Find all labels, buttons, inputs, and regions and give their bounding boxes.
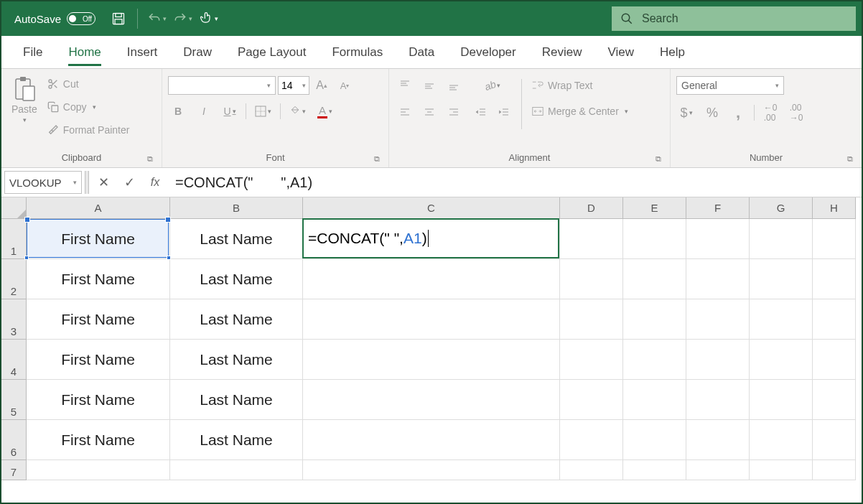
cell[interactable] (623, 340, 686, 380)
cell[interactable] (813, 340, 856, 380)
cell[interactable] (623, 219, 686, 259)
dialog-launcher-icon[interactable]: ⧉ (146, 154, 154, 163)
cut-button[interactable]: Cut (45, 75, 145, 93)
cell[interactable] (750, 420, 813, 460)
cell[interactable]: Last Name (170, 340, 303, 380)
cell[interactable]: First Name (27, 259, 170, 299)
align-left-icon[interactable] (395, 103, 415, 122)
cell[interactable] (623, 299, 686, 340)
cell[interactable] (813, 259, 856, 299)
redo-icon[interactable]: ▾ (172, 9, 192, 29)
tab-review[interactable]: Review (529, 36, 595, 69)
cell[interactable] (813, 380, 856, 420)
decrease-indent-icon[interactable] (471, 103, 491, 122)
cell[interactable] (750, 299, 813, 340)
undo-icon[interactable]: ▾ (146, 9, 167, 29)
column-header[interactable]: D (560, 197, 623, 219)
cell[interactable] (560, 380, 623, 420)
column-header[interactable]: E (623, 197, 686, 219)
font-name-input[interactable] (168, 76, 276, 95)
name-box[interactable]: VLOOKUP ▾ (4, 171, 82, 194)
format-painter-button[interactable]: Format Painter (45, 121, 145, 139)
cell[interactable] (560, 219, 623, 259)
tab-developer[interactable]: Developer (447, 36, 529, 69)
cell[interactable] (560, 340, 623, 380)
cell[interactable] (686, 380, 750, 420)
row-header[interactable]: 3 (1, 299, 27, 340)
align-center-icon[interactable] (419, 103, 439, 122)
cell[interactable]: Last Name (170, 219, 303, 259)
cell[interactable] (27, 460, 170, 480)
spreadsheet-grid[interactable]: ABCDEFGH 1234567 First NameLast NameFirs… (1, 197, 862, 480)
cell[interactable] (623, 460, 686, 480)
align-bottom-icon[interactable] (444, 76, 464, 95)
cell[interactable] (170, 460, 303, 480)
cell[interactable] (303, 259, 560, 299)
cell[interactable] (686, 259, 750, 299)
italic-button[interactable]: I (194, 102, 214, 121)
column-header[interactable]: C (303, 197, 560, 219)
cell[interactable]: Last Name (170, 259, 303, 299)
cell[interactable] (750, 380, 813, 420)
paste-button[interactable]: Paste ▾ (7, 73, 42, 126)
cell[interactable] (623, 259, 686, 299)
cell[interactable] (686, 420, 750, 460)
row-header[interactable]: 5 (1, 380, 27, 420)
increase-indent-icon[interactable] (494, 103, 514, 122)
cell[interactable]: Last Name (170, 299, 303, 340)
cell[interactable] (686, 299, 750, 340)
row-header[interactable]: 4 (1, 340, 27, 380)
cell[interactable]: First Name (27, 420, 170, 460)
align-top-icon[interactable] (395, 76, 415, 95)
cell[interactable]: First Name (27, 299, 170, 340)
number-format-dropdown[interactable]: General ▾ (676, 76, 784, 95)
column-header[interactable]: H (813, 197, 856, 219)
search-input[interactable] (642, 12, 847, 25)
enter-formula-icon[interactable]: ✓ (118, 171, 141, 194)
row-header[interactable]: 1 (1, 219, 27, 259)
font-color-button[interactable]: A ▾ (314, 102, 335, 121)
fill-color-button[interactable]: ▾ (286, 102, 309, 121)
merge-center-button[interactable]: Merge & Center ▾ (529, 102, 658, 121)
tab-help[interactable]: Help (647, 36, 698, 69)
cell[interactable] (560, 460, 623, 480)
comma-format-button[interactable]: , (728, 103, 748, 122)
formula-input[interactable] (169, 171, 859, 194)
tab-insert[interactable]: Insert (114, 36, 171, 69)
increase-font-icon[interactable]: A▴ (312, 76, 332, 95)
copy-button[interactable]: Copy ▾ (45, 98, 145, 116)
cell[interactable]: First Name (27, 380, 170, 420)
cell[interactable]: Last Name (170, 420, 303, 460)
row-header[interactable]: 2 (1, 259, 27, 299)
row-header[interactable]: 6 (1, 420, 27, 460)
cell[interactable] (686, 340, 750, 380)
underline-button[interactable]: U▾ (220, 102, 240, 121)
select-all-corner[interactable] (1, 197, 27, 219)
cell[interactable]: Last Name (170, 380, 303, 420)
touch-mode-icon[interactable]: ▾ (198, 9, 218, 29)
cell[interactable] (623, 420, 686, 460)
wrap-text-button[interactable]: Wrap Text (529, 76, 644, 95)
borders-button[interactable]: ▾ (252, 102, 274, 121)
cell[interactable] (623, 380, 686, 420)
percent-format-button[interactable]: % (702, 103, 722, 122)
column-header[interactable]: B (170, 197, 303, 219)
cell[interactable] (813, 299, 856, 340)
tab-data[interactable]: Data (396, 36, 447, 69)
column-header[interactable]: F (686, 197, 750, 219)
cell[interactable]: First Name (27, 219, 170, 259)
increase-decimal-icon[interactable]: ←0.00 (760, 103, 780, 122)
editing-cell[interactable]: =CONCAT(" ",A1) (302, 218, 559, 258)
cell[interactable] (303, 380, 560, 420)
tab-view[interactable]: View (594, 36, 647, 69)
cell[interactable] (303, 420, 560, 460)
cell[interactable] (750, 460, 813, 480)
bold-button[interactable]: B (168, 102, 188, 121)
cell[interactable] (686, 219, 750, 259)
autosave-toggle[interactable]: AutoSave Off (7, 12, 103, 25)
cell[interactable] (560, 259, 623, 299)
column-header[interactable]: A (27, 197, 170, 219)
column-header[interactable]: G (750, 197, 813, 219)
save-icon[interactable] (108, 9, 129, 29)
tab-draw[interactable]: Draw (170, 36, 225, 69)
